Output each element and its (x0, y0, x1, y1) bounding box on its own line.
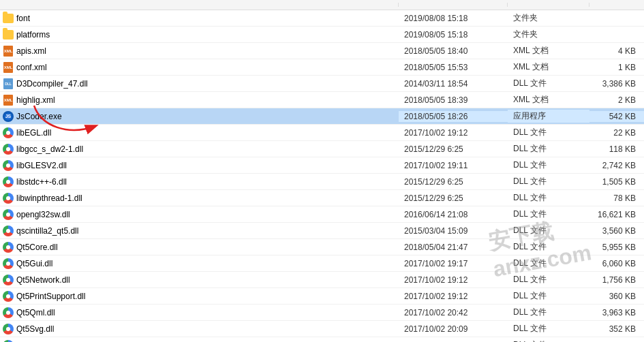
file-type: 文件夹 (508, 28, 589, 41)
table-row[interactable]: XML highlig.xml 2018/05/05 18:39 XML 文档 … (0, 92, 644, 108)
table-row[interactable]: qscintilla2_qt5.dll 2015/03/04 15:09 DLL… (0, 223, 644, 239)
file-date: 2018/05/05 18:26 (399, 111, 508, 122)
dll-icon: DLL (3, 78, 14, 89)
file-name-label: libgcc_s_dw2-1.dll (16, 144, 83, 154)
table-row[interactable]: XML apis.xml 2018/05/05 18:40 XML 文档 4 K… (0, 43, 644, 59)
file-type: DLL 文件 (508, 240, 589, 253)
file-name: platforms (0, 29, 399, 41)
file-date: 2017/10/02 19:12 (399, 291, 508, 302)
chrome-dll-icon (3, 193, 14, 204)
file-date: 2015/12/29 6:25 (399, 193, 508, 204)
file-name-label: Qt5Core.dll (16, 243, 58, 252)
table-row[interactable]: libstdc++-6.dll 2015/12/29 6:25 DLL 文件 1… (0, 174, 644, 190)
table-row[interactable]: Qt5Svg.dll 2017/10/02 20:09 DLL 文件 352 K… (0, 321, 644, 337)
file-size: 2 KB (589, 95, 644, 106)
file-size: 16,621 KB (589, 209, 644, 220)
table-row[interactable]: Qt5PrintSupport.dll 2017/10/02 19:12 DLL… (0, 288, 644, 305)
table-row[interactable]: Qt5Widgets.dll 2017/10/02 19:22 DLL 文件 6… (0, 337, 644, 342)
file-type: DLL 文件 (508, 126, 589, 139)
chrome-dll-icon (3, 291, 14, 302)
chrome-dll-icon (3, 226, 14, 236)
table-row[interactable]: DLL D3Dcompiler_47.dll 2014/03/11 18:54 … (0, 76, 644, 92)
file-date: 2017/10/02 19:12 (399, 127, 508, 138)
chrome-dll-icon (3, 160, 14, 171)
file-name: XML apis.xml (0, 45, 399, 57)
file-size: 1,756 KB (589, 275, 644, 285)
file-type: DLL 文件 (508, 290, 589, 302)
col-header-date[interactable] (399, 3, 508, 7)
file-date: 2015/12/29 6:25 (399, 176, 508, 187)
file-name: XML highlig.xml (0, 94, 399, 106)
table-row[interactable]: platforms 2019/08/05 15:18 文件夹 (0, 27, 644, 43)
file-type: DLL 文件 (508, 191, 589, 204)
chrome-dll-icon (3, 324, 14, 335)
table-row[interactable]: libGLESV2.dll 2017/10/02 19:11 DLL 文件 2,… (0, 157, 644, 174)
chrome-dll-icon (3, 209, 14, 220)
file-name: XML conf.xml (0, 61, 399, 74)
file-name: DLL D3Dcompiler_47.dll (0, 78, 399, 90)
file-date: 2017/10/02 20:42 (399, 307, 508, 318)
file-name: Qt5Network.dll (0, 274, 399, 286)
file-size: 1 KB (589, 62, 644, 73)
file-date: 2017/10/02 19:12 (399, 275, 508, 285)
col-header-name[interactable] (0, 3, 399, 7)
file-date: 2019/08/05 15:18 (399, 29, 508, 40)
file-name-label: Qt5Network.dll (16, 275, 70, 285)
file-type: 应用程序 (508, 110, 589, 123)
chrome-dll-icon (3, 176, 14, 187)
file-name-label: conf.xml (16, 63, 47, 72)
file-name-label: Qt5PrintSupport.dll (16, 292, 85, 301)
file-name: Qt5Core.dll (0, 241, 399, 253)
file-size: 5,955 KB (589, 242, 644, 253)
file-type: XML 文档 (508, 93, 589, 106)
table-row[interactable]: Qt5Network.dll 2017/10/02 19:12 DLL 文件 1… (0, 272, 644, 288)
table-row[interactable]: libgcc_s_dw2-1.dll 2015/12/29 6:25 DLL 文… (0, 141, 644, 157)
file-name: Qt5Svg.dll (0, 323, 399, 335)
file-name: JS JsCoder.exe (0, 110, 399, 123)
file-name: libGLESV2.dll (0, 159, 399, 172)
file-name: Qt5Qml.dll (0, 307, 399, 319)
file-name-label: highlig.xml (16, 95, 55, 105)
file-explorer: font 2019/08/08 15:18 文件夹 platforms 2019… (0, 0, 644, 342)
file-type: XML 文档 (508, 44, 589, 57)
table-body[interactable]: font 2019/08/08 15:18 文件夹 platforms 2019… (0, 10, 644, 342)
table-header (0, 0, 644, 10)
table-row[interactable]: libwinpthread-1.dll 2015/12/29 6:25 DLL … (0, 190, 644, 206)
file-type: DLL 文件 (508, 175, 589, 188)
file-type: DLL 文件 (508, 208, 589, 221)
file-size: 1,505 KB (589, 176, 644, 187)
file-name: libwinpthread-1.dll (0, 192, 399, 204)
table-row[interactable]: Qt5Qml.dll 2017/10/02 20:42 DLL 文件 3,963… (0, 305, 644, 321)
table-row[interactable]: opengl32sw.dll 2016/06/14 21:08 DLL 文件 1… (0, 206, 644, 223)
file-date: 2017/10/02 19:11 (399, 160, 508, 171)
file-type: DLL 文件 (508, 77, 589, 90)
chrome-dll-icon (3, 340, 14, 343)
file-size: 6,207 KB (589, 340, 644, 343)
file-date: 2019/08/08 15:18 (399, 13, 508, 24)
table-row[interactable]: libEGL.dll 2017/10/02 19:12 DLL 文件 22 KB (0, 125, 644, 141)
file-size (589, 34, 644, 35)
table-row[interactable]: XML conf.xml 2018/05/05 15:53 XML 文档 1 K… (0, 59, 644, 76)
file-size: 6,060 KB (589, 258, 644, 269)
table-row[interactable]: JS JsCoder.exe 2018/05/05 18:26 应用程序 542… (0, 108, 644, 125)
file-type: DLL 文件 (508, 224, 589, 237)
file-date: 2017/10/02 20:09 (399, 324, 508, 335)
file-date: 2018/05/05 18:39 (399, 95, 508, 106)
file-type: DLL 文件 (508, 142, 589, 155)
file-date: 2017/10/02 19:22 (399, 340, 508, 343)
col-header-type[interactable] (508, 3, 589, 7)
folder-icon (3, 13, 14, 24)
file-size: 3,386 KB (589, 78, 644, 89)
chrome-dll-icon (3, 242, 14, 253)
file-date: 2016/06/14 21:08 (399, 209, 508, 220)
col-header-size[interactable] (589, 3, 644, 7)
table-row[interactable]: Qt5Gui.dll 2017/10/02 19:17 DLL 文件 6,060… (0, 255, 644, 272)
file-size: 3,963 KB (589, 307, 644, 318)
table-row[interactable]: font 2019/08/08 15:18 文件夹 (0, 10, 644, 27)
file-name-label: Qt5Gui.dll (16, 259, 52, 268)
file-name-label: Qt5Qml.dll (16, 308, 55, 317)
file-date: 2014/03/11 18:54 (399, 78, 508, 89)
file-name-label: platforms (16, 30, 50, 40)
table-row[interactable]: Qt5Core.dll 2018/05/04 21:47 DLL 文件 5,95… (0, 239, 644, 255)
file-size: 118 KB (589, 144, 644, 155)
